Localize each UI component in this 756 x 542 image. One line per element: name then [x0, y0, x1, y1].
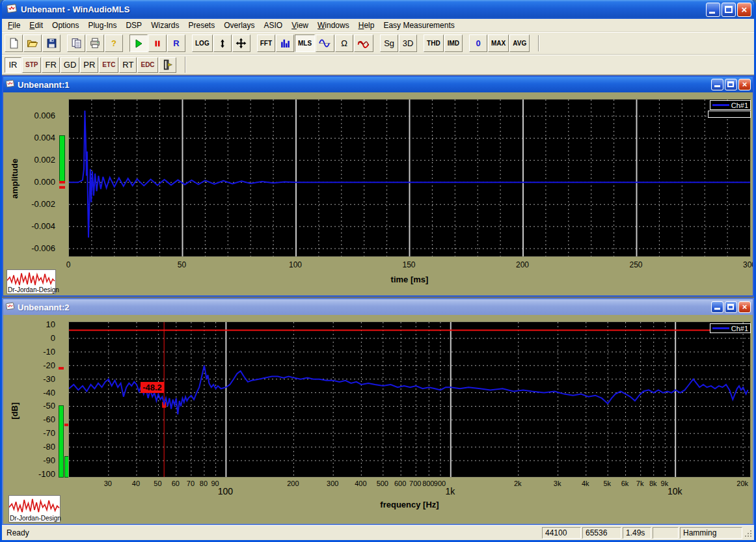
- legend-channel-label: Ch#1: [731, 102, 748, 109]
- phase-response-button[interactable]: PR: [80, 57, 98, 73]
- child1-minimize-button[interactable]: [711, 79, 723, 90]
- y-tick-label: -0.002: [3, 199, 55, 209]
- spectrum-button[interactable]: [276, 34, 294, 52]
- mls-button-label: MLS: [298, 40, 312, 47]
- impedance-button[interactable]: Ω: [335, 34, 353, 52]
- play-button[interactable]: [129, 34, 148, 52]
- x-axis-title: frequency [Hz]: [68, 500, 751, 509]
- menu-help[interactable]: Help: [354, 20, 379, 31]
- legend: Ch#1: [710, 100, 751, 110]
- reverb-time-button[interactable]: RT: [119, 57, 137, 73]
- menu-windows[interactable]: Windows: [313, 20, 354, 31]
- x-axis-ticks: 3040506070809010020030040050060070080090…: [68, 480, 753, 499]
- v-resize-arrows-icon: [218, 38, 227, 49]
- child2-icon: [5, 301, 15, 314]
- menu-presets[interactable]: Presets: [183, 20, 219, 31]
- status-panel-empty: [653, 527, 679, 539]
- frequency-response-button[interactable]: FR: [42, 57, 59, 73]
- menu-edit[interactable]: Edit: [25, 20, 47, 31]
- child2-maximize-button[interactable]: [725, 301, 737, 313]
- pause-button[interactable]: [148, 34, 167, 52]
- child1-close-button[interactable]: ×: [738, 79, 751, 90]
- autoscale-xy-button[interactable]: [232, 34, 250, 52]
- etc-button[interactable]: ETC: [99, 57, 118, 73]
- edc-button-label: EDC: [141, 61, 154, 68]
- sweep-button[interactable]: [316, 34, 334, 52]
- menu-plug-ins[interactable]: Plug-Ins: [83, 20, 121, 31]
- help-button[interactable]: ?: [105, 34, 123, 52]
- y-axis-ticks: 0.0060.0040.0020.000-0.002-0.004-0.006: [3, 99, 57, 257]
- child1-content: amplitude 0.0060.0040.0020.000-0.002-0.0…: [3, 92, 753, 295]
- x-axis-title: time [ms]: [68, 275, 751, 284]
- child-window-frequency: Unbenannt:2 × [dB] 100-10-20-30-40-50-60…: [2, 298, 754, 525]
- record-button-label: R: [173, 38, 179, 48]
- distortion-button[interactable]: [354, 34, 373, 52]
- group-delay-button[interactable]: GD: [61, 57, 80, 73]
- max-hold-button[interactable]: MAX: [488, 34, 509, 52]
- autoscale-y-button[interactable]: [213, 34, 232, 52]
- y-tick-label: 0.004: [3, 133, 55, 142]
- child2-close-button[interactable]: ×: [738, 301, 751, 313]
- menu-asio[interactable]: ASIO: [260, 20, 288, 31]
- child2-minimize-button[interactable]: [711, 301, 723, 313]
- reset-button-label: 0: [476, 38, 480, 48]
- y-tick-label: -70: [3, 428, 55, 438]
- edc-button[interactable]: EDC: [137, 57, 157, 73]
- y-tick-label: 0.000: [3, 177, 55, 187]
- average-button[interactable]: AVG: [509, 34, 530, 52]
- child2-title: Unbenannt:2: [18, 303, 711, 312]
- 3d-view-button[interactable]: 3D: [399, 34, 417, 52]
- thd-button[interactable]: THD: [424, 34, 444, 52]
- impulse-response-plot[interactable]: [68, 99, 751, 257]
- maximize-button[interactable]: [722, 3, 736, 17]
- open-button[interactable]: [23, 34, 42, 52]
- 3d-view-button-label: 3D: [403, 38, 414, 48]
- impedance-button-label: Ω: [341, 38, 347, 48]
- menu-overlays[interactable]: Overlays: [219, 20, 259, 31]
- menu-view[interactable]: View: [287, 20, 313, 31]
- close-button[interactable]: ×: [737, 3, 751, 17]
- legend-line-swatch: [712, 327, 729, 329]
- mls-button[interactable]: MLS: [295, 34, 315, 52]
- menu-easy-measurements[interactable]: Easy Measurements: [379, 20, 459, 31]
- copy-button[interactable]: [67, 34, 85, 52]
- mdi-area: Unbenannt:1 × amplitude 0.0060.0040.0020…: [2, 75, 754, 525]
- record-button[interactable]: R: [167, 34, 185, 52]
- titlebar[interactable]: Unbenannt - WinAudioMLS ×: [2, 0, 754, 19]
- menu-dsp[interactable]: DSP: [121, 20, 146, 31]
- step-response-button[interactable]: STP: [22, 57, 41, 73]
- app-window: Unbenannt - WinAudioMLS × FileEditOption…: [0, 0, 756, 542]
- signal-generator-button[interactable]: Sg: [380, 34, 398, 52]
- phase-response-button-label: PR: [83, 60, 95, 70]
- child1-maximize-button[interactable]: [725, 79, 737, 90]
- reset-button[interactable]: 0: [469, 34, 487, 52]
- new-document-icon: [8, 38, 20, 49]
- child-window-impulse: Unbenannt:1 × amplitude 0.0060.0040.0020…: [2, 75, 754, 297]
- new-button[interactable]: [5, 34, 23, 52]
- help-button-label: ?: [111, 38, 116, 48]
- statusbar: Ready 44100655361.49sHamming: [2, 525, 754, 540]
- menu-file[interactable]: File: [3, 20, 25, 31]
- status-sample-rate: 44100: [542, 527, 581, 539]
- imd-button[interactable]: IMD: [444, 34, 463, 52]
- save-button[interactable]: [42, 34, 61, 52]
- menu-wizards[interactable]: Wizards: [146, 20, 183, 31]
- frequency-response-plot[interactable]: -48.2: [68, 321, 751, 478]
- log-scale-button[interactable]: LOG: [192, 34, 213, 52]
- child1-titlebar[interactable]: Unbenannt:1 ×: [3, 77, 753, 92]
- exit-measure-button[interactable]: [159, 57, 176, 73]
- resize-grip[interactable]: [744, 527, 753, 539]
- legend-channel-label: Ch#1: [731, 325, 748, 332]
- impulse-response-button[interactable]: IR: [5, 57, 21, 73]
- print-button[interactable]: [86, 34, 104, 52]
- fft-button[interactable]: FFT: [257, 34, 275, 52]
- open-folder-icon: [27, 38, 38, 49]
- y-tick-label: -90: [3, 455, 55, 465]
- reverb-time-button-label: RT: [122, 60, 133, 70]
- y-axis-ticks: 100-10-20-30-40-50-60-70-80-90-100: [3, 321, 57, 478]
- exit-door-icon: [162, 59, 173, 70]
- group-delay-button-label: GD: [64, 60, 77, 70]
- child2-titlebar[interactable]: Unbenannt:2 ×: [3, 299, 753, 315]
- menu-options[interactable]: Options: [47, 20, 83, 31]
- minimize-button[interactable]: [706, 3, 720, 17]
